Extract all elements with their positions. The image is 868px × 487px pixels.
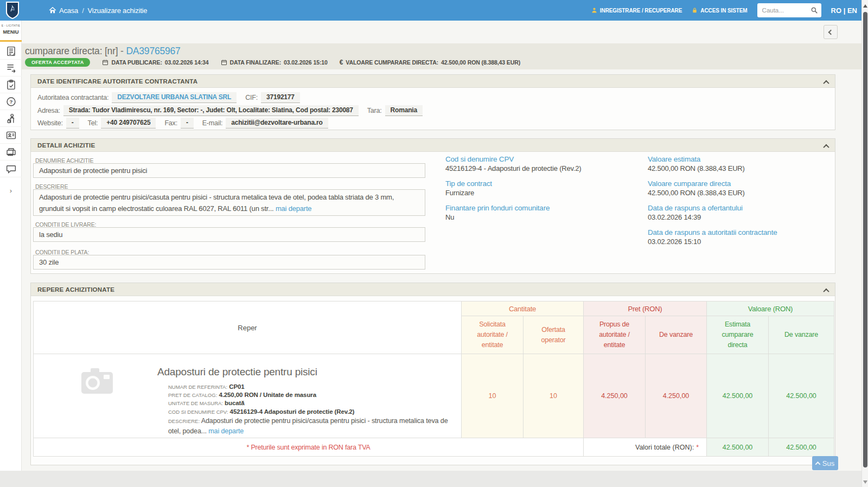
- final-date-value: 03.02.2026 15:10: [284, 59, 328, 66]
- totals-asterisk: *: [696, 444, 699, 451]
- description-field[interactable]: Adaposturi de protectie pentru pisici/ca…: [33, 189, 425, 216]
- search-icon[interactable]: [810, 7, 818, 14]
- breadcrumb-home-link[interactable]: Acasa: [49, 7, 78, 15]
- register-label: INREGISTRARE / RECUPERARE: [600, 8, 682, 14]
- navbar-actions: INREGISTRARE / RECUPERARE ACCES IN SISTE…: [591, 0, 857, 21]
- svg-text:?: ?: [9, 99, 12, 105]
- sidebar-item-messages[interactable]: [0, 161, 22, 177]
- euro-icon: €: [340, 59, 343, 66]
- description-text: Adaposturi de protectie pentru pisici/ca…: [39, 193, 394, 213]
- scroll-down-arrow[interactable]: [863, 480, 867, 484]
- estimated-value-label: Valoare estimata: [648, 155, 832, 163]
- final-date-meta: DATA FINALIZARE: 03.02.2026 15:10: [221, 59, 328, 66]
- sidebar-item-contacts[interactable]: [0, 127, 22, 144]
- column-header-value-sale: De vanzare: [769, 316, 834, 354]
- sidebar-menu-label: MENIU: [0, 29, 22, 35]
- item-qty-requested: 10: [462, 354, 524, 438]
- chevron-up-icon: [823, 289, 829, 294]
- item-description-line: DESCRIERE: Adaposturi de protectie pentr…: [168, 416, 458, 436]
- access-link[interactable]: ACCES IN SISTEM: [692, 7, 747, 14]
- contractor-link[interactable]: DEZVOLTARE URBANA SLATINA SRL: [112, 92, 237, 103]
- column-header-reper: Reper: [34, 302, 462, 354]
- sidebar-item-notices[interactable]: [0, 43, 22, 60]
- total-value-estimated: 42.500,00: [707, 438, 769, 457]
- sidebar-item-procedures[interactable]: [0, 60, 22, 76]
- item-cpv-value: 45216129-4 Adaposturi de protectie (Rev.…: [230, 408, 355, 415]
- description-more-link[interactable]: mai departe: [276, 204, 311, 213]
- funding-value: Nu: [445, 213, 641, 221]
- funding-group: Finantare prin fonduri comunitare Nu: [445, 204, 641, 221]
- item-ref-value: CP01: [229, 383, 244, 390]
- tel-value: +40 249707625: [101, 118, 156, 129]
- item-cpv-label: COD SI DENUMIRE CPV:: [168, 409, 228, 415]
- totals-label-cell: Valori totale (RON):*: [584, 438, 707, 457]
- authority-response-label: Data de raspuns a autoritatii contractan…: [648, 228, 832, 236]
- calendar-icon: [221, 59, 227, 66]
- economic-operator-icon: [5, 113, 17, 124]
- breadcrumb-separator: /: [82, 7, 84, 15]
- sidebar-item-terminal[interactable]: [0, 144, 22, 161]
- collapse-authority-button[interactable]: [824, 79, 828, 86]
- item-description-more-link[interactable]: mai departe: [208, 427, 244, 435]
- contract-type-label: Tip de contract: [445, 180, 641, 188]
- contract-type-group: Tip de contract Furnizare: [445, 180, 641, 197]
- estimated-value-value: 42.500,00 RON (8.388,43 EUR): [648, 164, 832, 172]
- sidebar-item-operators[interactable]: [0, 110, 22, 127]
- sidebar-accent-bar: [0, 40, 22, 42]
- authority-panel-header[interactable]: DATE IDENTIFICARE AUTORITATE CONTRACTANT…: [31, 75, 835, 88]
- back-to-top-button[interactable]: Sus: [812, 456, 838, 470]
- details-panel-title: DETALII ACHIZITIE: [37, 142, 95, 149]
- collapse-panel-button[interactable]: [824, 25, 838, 39]
- sidebar-item-plans[interactable]: [0, 76, 22, 93]
- country-label: Tara:: [367, 107, 382, 114]
- direct-purchase-value-label: Valoare cumparare directa: [648, 180, 832, 188]
- item-catalog-price-value: 4.250,00 RON / Unitate de masura: [219, 392, 316, 398]
- fax-terminal-icon: [5, 146, 17, 158]
- estimated-value-group: Valoare estimata 42.500,00 RON (8.388,43…: [648, 155, 832, 172]
- direct-purchase-value-group: Valoare cumparare directa 42.500,00 RON …: [648, 180, 832, 197]
- scroll-up-arrow[interactable]: [863, 4, 867, 8]
- column-group-price: Pret (RON): [584, 302, 707, 316]
- page-title-prefix: cumparare directa: [nr] -: [25, 46, 126, 56]
- sidebar-expand-button[interactable]: ›: [0, 182, 22, 198]
- cpv-value: 45216129-4 - Adaposturi de protectie (Re…: [445, 164, 641, 172]
- email-label: E-mail:: [202, 119, 223, 127]
- collapse-details-button[interactable]: [824, 143, 828, 150]
- payment-field[interactable]: 30 zile: [33, 255, 425, 270]
- register-link[interactable]: INREGISTRARE / RECUPERARE: [591, 7, 682, 14]
- address-value: Strada: Tudor Vladimirescu, nr. 169, Sec…: [63, 105, 359, 116]
- scrollbar-thumb[interactable]: [863, 12, 867, 467]
- website-value: -: [66, 118, 79, 129]
- sidebar-item-help[interactable]: ?: [0, 93, 22, 110]
- language-switch[interactable]: RO | EN: [831, 7, 857, 15]
- status-badge: OFERTA ACCEPTATA: [25, 58, 90, 67]
- collapse-items-button[interactable]: [824, 287, 828, 294]
- funding-label: Finantare prin fonduri comunitare: [445, 204, 641, 212]
- contract-type-value: Furnizare: [445, 189, 641, 197]
- chevron-up-icon: [815, 461, 820, 466]
- details-info-column-2: Valoare estimata 42.500,00 RON (8.388,43…: [648, 155, 832, 253]
- bottom-band: [0, 471, 861, 487]
- item-ref-line: NUMAR DE REFERINTA: CP01: [168, 383, 458, 391]
- publish-date-meta: DATA PUBLICARE: 03.02.2026 14:34: [102, 59, 208, 66]
- cif-value: 37192177: [261, 92, 300, 103]
- app-logo-icon: [5, 1, 20, 20]
- delivery-field[interactable]: la sediu: [33, 227, 425, 242]
- details-panel-header[interactable]: DETALII ACHIZITIE: [31, 139, 835, 152]
- camera-placeholder-icon: [80, 365, 114, 396]
- contractor-label: Autoritatea contractanta:: [37, 94, 108, 101]
- name-field[interactable]: Adaposturi de protectie pentru pisici: [33, 163, 425, 178]
- procedures-list-icon: [5, 62, 17, 74]
- column-header-value-estimated: Estimata cumparare directa: [707, 316, 769, 354]
- top-navbar: Acasa / Vizualizare achizitie INREGISTRA…: [0, 0, 861, 21]
- items-panel-header[interactable]: REPERE ACHIZITIONATE: [31, 283, 835, 296]
- items-panel-title: REPERE ACHIZITIONATE: [37, 286, 114, 293]
- publish-date-value: 03.02.2026 14:34: [165, 59, 209, 66]
- chevron-up-icon: [823, 80, 829, 86]
- column-header-price-proposed: Propus de autoritate / entitate: [584, 316, 646, 354]
- page-title-code[interactable]: DA39765967: [126, 46, 180, 56]
- item-unit-label: UNITATE DE MASURA:: [168, 400, 223, 406]
- item-unit-line: UNITATE DE MASURA: bucată: [168, 399, 458, 407]
- total-value-sale: 42.500,00: [769, 438, 834, 457]
- vertical-scrollbar[interactable]: [861, 0, 868, 487]
